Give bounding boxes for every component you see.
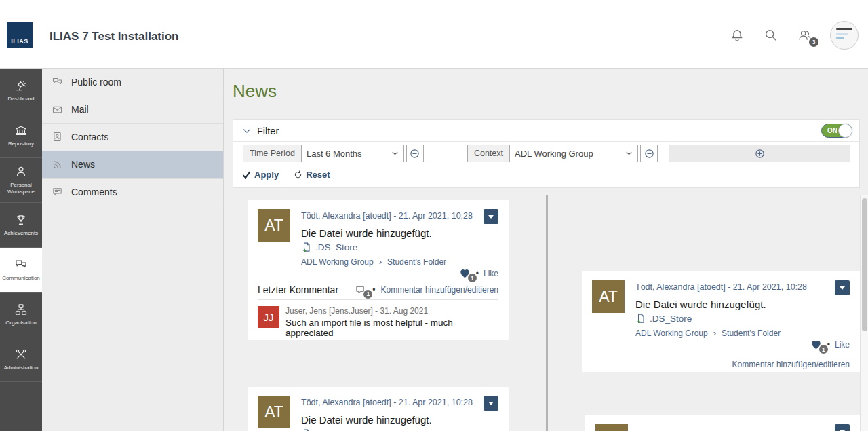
slate-item-comments[interactable]: Comments: [42, 179, 223, 206]
remove-context-filter-button[interactable]: [640, 145, 658, 162]
repository-icon: [14, 124, 28, 137]
search-icon: [764, 28, 778, 43]
avatar-detail: [836, 33, 848, 35]
like-count-badge: 1: [468, 274, 477, 282]
sidebar-item-communication[interactable]: Communication: [0, 248, 42, 293]
file-row: .DS_Store: [301, 242, 498, 253]
filter-toggle[interactable]: ON: [821, 124, 852, 138]
header-actions: 3: [728, 19, 868, 52]
news-item-card: AT Tödt, Alexandra [atoedt] - 21. Apr 20…: [248, 200, 509, 340]
caret-down-icon: [488, 215, 494, 219]
filter-label: Filter: [257, 126, 279, 136]
author-link[interactable]: Tödt, Alexandra [atoedt] - 21. Apr 2021,…: [301, 209, 473, 223]
slate-item-news[interactable]: News: [42, 151, 223, 179]
comment-count-badge: 1: [363, 290, 372, 299]
filter-inputs: Time Period Last 6 Months Context ADL Wo…: [233, 142, 859, 165]
slate-item-mail[interactable]: Mail: [42, 96, 223, 124]
context-filter-group: Context ADL Working Group: [467, 145, 658, 162]
card-actions-dropdown[interactable]: [484, 209, 498, 224]
comment-entry: JJ Juser, Jens [Jens.Juser] - 31. Aug 20…: [258, 306, 498, 338]
ilias-logo[interactable]: ILIAS: [7, 22, 33, 48]
sidebar-item-organisation[interactable]: Organisation: [0, 293, 42, 337]
slate-item-label: Comments: [71, 187, 117, 198]
chevron-down-icon: [625, 150, 633, 157]
sidebar-item-personal-workspace[interactable]: Personal Workspace: [0, 158, 42, 203]
avatar: AT: [258, 209, 290, 242]
apply-button[interactable]: Apply: [242, 170, 279, 180]
installation-title: ILIAS 7 Test Installation: [50, 30, 179, 43]
bell-icon: [730, 28, 745, 43]
context-select[interactable]: ADL Working Group: [509, 145, 638, 162]
reset-button[interactable]: Reset: [294, 170, 330, 180]
minus-circle-icon: [644, 149, 654, 159]
news-timeline: AT Tödt, Alexandra [atoedt] - 21. Apr 20…: [224, 189, 868, 431]
search-button[interactable]: [762, 26, 780, 44]
comment-bubble-icon: [52, 186, 63, 198]
likes-indicator[interactable]: 1: [459, 268, 471, 279]
news-text: Die Datei wurde hinzugefügt.: [635, 299, 850, 310]
file-icon: [301, 428, 311, 431]
contacts-badge: 3: [809, 37, 818, 47]
card-actions-dropdown[interactable]: [835, 424, 850, 431]
slate-item-contacts[interactable]: Contacts: [42, 124, 223, 151]
sidebar-item-repository[interactable]: Repository: [0, 113, 42, 158]
time-period-label: Time Period: [243, 145, 301, 162]
id-card-icon: [52, 131, 63, 143]
main-content: News Filter ON Time Period Last 6 Months: [224, 69, 868, 431]
like-button[interactable]: Like: [835, 340, 850, 350]
breadcrumb-link[interactable]: Student's Folder: [387, 257, 446, 267]
breadcrumb-link[interactable]: Student's Folder: [722, 329, 781, 338]
chat-bubbles-icon: [52, 76, 63, 88]
sidebar-item-dashboard[interactable]: Dashboard: [0, 69, 42, 113]
breadcrumb-link[interactable]: ADL Working Group: [635, 329, 708, 338]
time-period-select[interactable]: Last 6 Months: [301, 145, 404, 162]
comments-count-indicator[interactable]: 1: [355, 285, 367, 295]
like-count-badge: 1: [819, 345, 828, 354]
sidebar-item-achievements[interactable]: Achievements: [0, 203, 42, 248]
org-chart-icon: [14, 303, 28, 316]
add-comment-link[interactable]: Kommentar hinzufügen/editieren: [381, 285, 498, 295]
file-link[interactable]: .DS_Store: [315, 242, 357, 252]
filter-actions: Apply Reset: [233, 165, 859, 187]
slate-item-label: Mail: [71, 104, 89, 115]
chevron-down-icon: [391, 150, 399, 157]
likes-indicator[interactable]: 1: [810, 339, 823, 350]
dashboard-icon: [14, 79, 28, 92]
add-filter-button[interactable]: [669, 145, 850, 162]
filter-header[interactable]: Filter ON: [233, 120, 859, 142]
like-button[interactable]: Like: [484, 269, 498, 278]
profile-avatar[interactable]: [830, 21, 859, 50]
slate-item-public-room[interactable]: Public room: [42, 69, 223, 96]
author-link[interactable]: Tödt, Alexandra [atoedt] - 21. Apr 2021,…: [635, 280, 807, 295]
breadcrumb-separator: ›: [379, 257, 382, 267]
file-link[interactable]: .DS_Store: [650, 314, 692, 324]
contacts-button[interactable]: 3: [796, 26, 814, 44]
scrollbar[interactable]: [860, 195, 868, 431]
communication-icon: [14, 258, 28, 271]
toggle-state-label: ON: [827, 127, 837, 134]
toggle-knob: [838, 124, 852, 138]
minus-circle-icon: [410, 149, 420, 159]
author-link[interactable]: Tödt, Alexandra [atoedt] - 21. Apr 2021,…: [301, 396, 473, 410]
breadcrumb-separator: ›: [713, 328, 716, 338]
comments-section: Letzter Kommentar 1 • Kommentar hinzufüg…: [258, 284, 498, 338]
ilias-screen: ILIAS ILIAS 7 Test Installation 3 D: [0, 0, 868, 431]
breadcrumb-link[interactable]: ADL Working Group: [301, 257, 374, 267]
page-title: News: [233, 81, 277, 102]
card-actions-dropdown[interactable]: [484, 396, 498, 411]
time-period-filter-group: Time Period Last 6 Months: [243, 145, 424, 162]
logo-text: ILIAS: [11, 38, 28, 48]
notifications-button[interactable]: [728, 26, 746, 44]
remove-time-period-filter-button[interactable]: [406, 145, 424, 162]
top-header: ILIAS ILIAS 7 Test Installation 3: [0, 0, 868, 69]
avatar-detail: [836, 28, 852, 30]
rss-icon: [52, 159, 63, 170]
sidebar-item-administration[interactable]: Administration: [0, 337, 42, 382]
tools-icon: [14, 348, 28, 361]
card-actions-dropdown[interactable]: [835, 280, 850, 295]
news-item-card: AT Tödt, Alexandra [atoedt] - 21. Apr 20…: [248, 387, 509, 431]
trophy-icon: [14, 213, 28, 227]
scrollbar-thumb[interactable]: [862, 198, 867, 331]
bullet: •: [372, 285, 375, 295]
add-comment-link[interactable]: Kommentar hinzufügen/editieren: [732, 360, 850, 369]
